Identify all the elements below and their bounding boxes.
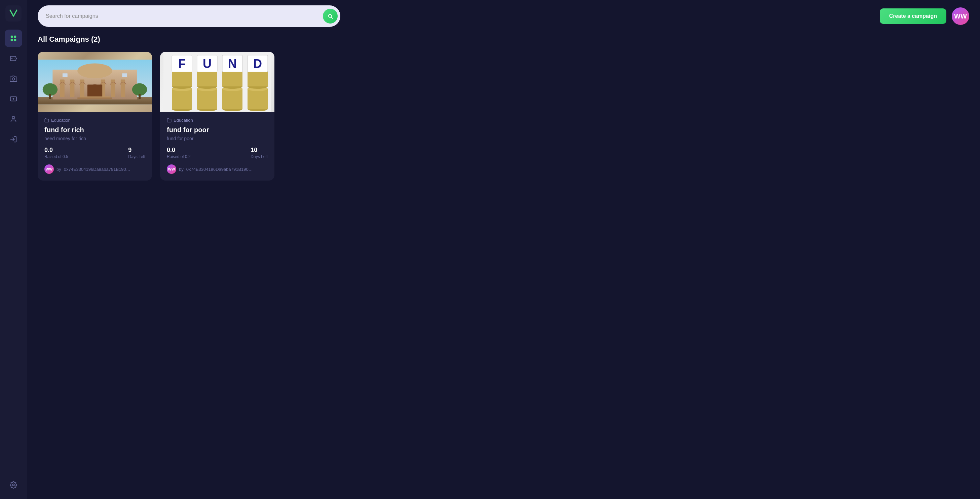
stat-raised-2: 0.0 Raised of 0.2 <box>167 146 191 159</box>
create-campaign-button[interactable]: Create a campaign <box>880 8 947 24</box>
campaign-category-2: Education <box>167 118 268 123</box>
campaign-card-1-body: Education fund for rich need money for r… <box>38 112 152 181</box>
grid-icon <box>10 35 17 42</box>
svg-rect-1 <box>14 36 16 38</box>
svg-text:N: N <box>228 57 237 71</box>
dollar-icon <box>10 95 17 103</box>
login-icon <box>10 135 17 143</box>
svg-text:U: U <box>203 57 212 71</box>
svg-text:F: F <box>178 57 186 71</box>
campaign-card-2-body: Education fund for poor fund for poor 0.… <box>160 112 274 181</box>
settings-icon <box>10 481 17 489</box>
svg-rect-54 <box>248 89 268 109</box>
page-content: All Campaigns (2) <box>27 32 980 191</box>
days-value-2: 10 <box>251 146 268 154</box>
svg-rect-30 <box>172 89 192 109</box>
stat-days-2: 10 Days Left <box>251 146 268 159</box>
search-icon <box>327 13 333 19</box>
svg-rect-0 <box>11 36 13 38</box>
svg-point-23 <box>132 83 147 96</box>
campaign-footer-2: WW by 0x74E3304196Da9aba791B190d78... <box>167 164 268 174</box>
svg-point-8 <box>13 484 14 486</box>
camera-icon <box>10 75 17 83</box>
campaign-stats-2: 0.0 Raised of 0.2 10 Days Left <box>167 146 268 159</box>
campaign-avatar-2: WW <box>167 164 176 174</box>
campaign-address-2: 0x74E3304196Da9aba791B190d78... <box>186 167 254 172</box>
svg-rect-25 <box>138 94 141 99</box>
days-label-2: Days Left <box>251 154 268 159</box>
sidebar <box>0 0 27 499</box>
campaign-image-fund: F U <box>160 52 274 112</box>
campaign-avatar-1: WW <box>45 164 54 174</box>
folder-icon-2 <box>167 118 172 123</box>
stat-raised-1: 0.0 Raised of 0.5 <box>45 146 68 159</box>
raised-label-2: Raised of 0.2 <box>167 154 191 159</box>
search-bar <box>38 5 340 27</box>
campaign-category-1: Education <box>45 118 145 123</box>
svg-text:D: D <box>253 57 262 71</box>
svg-rect-26 <box>62 73 68 77</box>
campaign-card-1[interactable]: Education fund for rich need money for r… <box>38 52 152 181</box>
campaign-image-building <box>38 52 152 112</box>
campaign-footer-1: WW by 0x74E3304196Da9aba791B190d78... <box>45 164 145 174</box>
page-title: All Campaigns (2) <box>38 35 969 44</box>
user-icon <box>10 115 17 123</box>
fund-svg: F U <box>164 52 271 112</box>
campaign-address-1: 0x74E3304196Da9aba791B190d78... <box>64 167 131 172</box>
sidebar-item-camera[interactable] <box>5 70 22 87</box>
sidebar-item-campaigns[interactable] <box>5 50 22 67</box>
sidebar-item-login[interactable] <box>5 130 22 148</box>
raised-value-1: 0.0 <box>45 146 68 154</box>
svg-point-12 <box>77 64 112 78</box>
campaign-by-1: by <box>57 167 61 172</box>
campaign-title-2: fund for poor <box>167 126 268 134</box>
svg-rect-27 <box>122 73 127 77</box>
stat-days-1: 9 Days Left <box>128 146 145 159</box>
svg-rect-38 <box>197 89 217 109</box>
campaign-by-2: by <box>179 167 184 172</box>
svg-rect-46 <box>222 89 242 109</box>
building-svg <box>38 52 152 112</box>
days-label-1: Days Left <box>128 154 145 159</box>
header: Create a campaign WW <box>27 0 980 32</box>
days-value-1: 9 <box>128 146 145 154</box>
svg-rect-21 <box>77 97 112 99</box>
raised-value-2: 0.0 <box>167 146 191 154</box>
svg-point-4 <box>12 78 14 80</box>
folder-icon <box>45 118 49 123</box>
campaign-card-2[interactable]: F U <box>160 52 274 181</box>
campaigns-grid: Education fund for rich need money for r… <box>38 52 969 181</box>
campaign-desc-2: fund for poor <box>167 136 268 141</box>
svg-rect-3 <box>14 39 16 41</box>
search-input[interactable] <box>46 13 320 19</box>
raised-label-1: Raised of 0.5 <box>45 154 68 159</box>
svg-point-6 <box>12 116 14 119</box>
search-button[interactable] <box>323 9 338 24</box>
svg-point-22 <box>43 83 57 96</box>
user-avatar[interactable]: WW <box>952 7 969 25</box>
megaphone-icon <box>10 55 17 62</box>
campaign-title-1: fund for rich <box>45 126 145 134</box>
main-content: Create a campaign WW All Campaigns (2) <box>27 0 980 499</box>
svg-rect-2 <box>11 39 13 41</box>
sidebar-logo[interactable] <box>5 5 22 22</box>
sidebar-item-user[interactable] <box>5 110 22 128</box>
campaign-desc-1: need money for rich <box>45 136 145 141</box>
sidebar-item-dollar[interactable] <box>5 90 22 108</box>
campaign-stats-1: 0.0 Raised of 0.5 9 Days Left <box>45 146 145 159</box>
svg-rect-24 <box>49 94 51 99</box>
sidebar-item-settings[interactable] <box>5 476 22 494</box>
sidebar-item-dashboard[interactable] <box>5 30 22 47</box>
